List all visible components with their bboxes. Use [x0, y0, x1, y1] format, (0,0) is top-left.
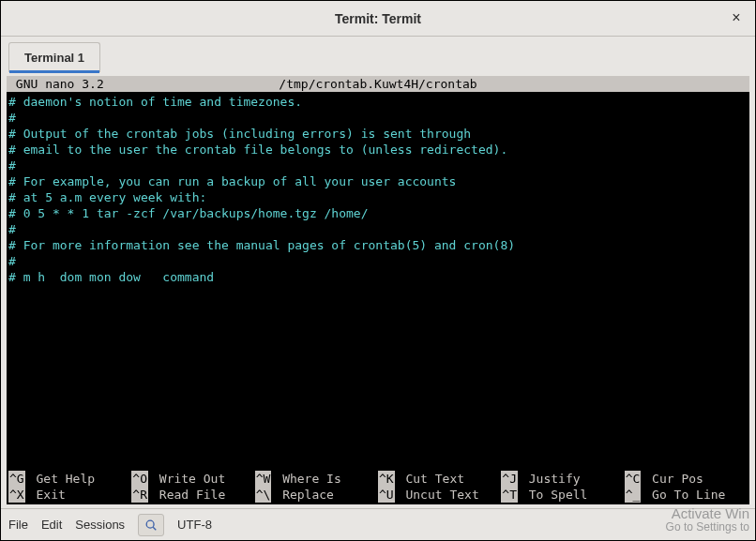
shortcut-label: Where Is — [275, 471, 340, 487]
nano-shortcut: ^J Justify — [501, 471, 624, 487]
nano-shortcut: ^G Get Help — [8, 471, 131, 487]
shortcut-label: Uncut Text — [399, 487, 479, 503]
shortcut-label: Justify — [522, 471, 581, 487]
search-button[interactable] — [138, 514, 164, 536]
status-bar: File Edit Sessions UTF-8 — [1, 508, 755, 540]
nano-footer: ^G Get Help^O Write Out^W Where Is^K Cut… — [7, 471, 749, 504]
shortcut-label: Cur Pos — [644, 471, 703, 487]
tab-bar: Terminal 1 — [1, 37, 755, 72]
svg-line-1 — [153, 527, 156, 530]
keycap: ^W — [255, 471, 272, 487]
nano-shortcut: ^O Write Out — [131, 471, 254, 487]
tab-label: Terminal 1 — [24, 51, 84, 65]
keycap: ^J — [501, 471, 518, 487]
shortcut-label: Go To Line — [644, 487, 725, 503]
menu-file[interactable]: File — [8, 518, 28, 532]
shortcut-label: To Spell — [522, 487, 587, 503]
nano-line: # at 5 a.m every week with: — [8, 189, 748, 205]
shortcut-label: Read File — [152, 487, 225, 503]
nano-line: # For more information see the manual pa… — [8, 237, 748, 253]
nano-shortcut: ^\ Replace — [255, 487, 378, 503]
nano-line: # — [8, 110, 748, 126]
nano-line: # m h dom mon dow command — [8, 269, 748, 285]
nano-header: GNU nano 3.2 /tmp/crontab.Kuwt4H/crontab… — [7, 76, 749, 92]
terminal-container: GNU nano 3.2 /tmp/crontab.Kuwt4H/crontab… — [1, 72, 755, 508]
shortcut-label: Write Out — [152, 471, 225, 487]
nano-line: # — [8, 221, 748, 237]
nano-version: GNU nano 3.2 — [8, 76, 104, 92]
nano-line: # 0 5 * * 1 tar -zcf /var/backups/home.t… — [8, 205, 748, 221]
nano-footer-row-1: ^G Get Help^O Write Out^W Where Is^K Cut… — [8, 471, 748, 487]
nano-shortcut: ^K Cut Text — [378, 471, 501, 487]
window-title: Termit: Termit — [335, 11, 421, 26]
keycap: ^T — [501, 487, 518, 503]
nano-shortcut: ^T To Spell — [501, 487, 624, 503]
keycap: ^U — [378, 487, 395, 503]
nano-shortcut: ^C Cur Pos — [625, 471, 748, 487]
app-window: Termit: Termit × Terminal 1 GNU nano 3.2… — [1, 1, 755, 540]
shortcut-label: Exit — [29, 487, 66, 503]
nano-shortcut: ^_ Go To Line — [625, 487, 748, 503]
encoding-label[interactable]: UTF-8 — [177, 518, 212, 532]
shortcut-label: Cut Text — [399, 471, 464, 487]
nano-shortcut: ^R Read File — [131, 487, 254, 503]
nano-line: # — [8, 253, 748, 269]
tab-terminal-1[interactable]: Terminal 1 — [8, 42, 100, 72]
menu-sessions[interactable]: Sessions — [75, 518, 125, 532]
nano-shortcut: ^X Exit — [8, 487, 131, 503]
keycap: ^\ — [255, 487, 272, 503]
keycap: ^C — [625, 471, 642, 487]
titlebar: Termit: Termit × — [1, 1, 755, 37]
nano-shortcut: ^W Where Is — [255, 471, 378, 487]
svg-point-0 — [146, 520, 154, 528]
close-icon[interactable]: × — [727, 8, 746, 27]
nano-footer-row-2: ^X Exit^R Read File^\ Replace^U Uncut Te… — [8, 487, 748, 503]
shortcut-label: Get Help — [29, 471, 95, 487]
nano-line: # For example, you can run a backup of a… — [8, 173, 748, 189]
keycap: ^K — [378, 471, 395, 487]
nano-line: # email to the user the crontab file bel… — [8, 142, 748, 158]
nano-line: # daemon's notion of time and timezones. — [8, 94, 748, 110]
nano-shortcut: ^U Uncut Text — [378, 487, 501, 503]
nano-line: # Output of the crontab jobs (including … — [8, 126, 748, 142]
keycap: ^_ — [625, 487, 642, 503]
search-icon — [144, 518, 158, 532]
nano-body: # daemon's notion of time and timezones.… — [7, 92, 749, 287]
keycap: ^X — [8, 487, 25, 503]
nano-filename: /tmp/crontab.Kuwt4H/crontab — [104, 76, 653, 92]
keycap: ^G — [8, 471, 25, 487]
terminal[interactable]: GNU nano 3.2 /tmp/crontab.Kuwt4H/crontab… — [7, 76, 749, 504]
keycap: ^R — [131, 487, 148, 503]
shortcut-label: Replace — [275, 487, 334, 503]
keycap: ^O — [131, 471, 148, 487]
menu-edit[interactable]: Edit — [41, 518, 62, 532]
nano-line: # — [8, 158, 748, 173]
